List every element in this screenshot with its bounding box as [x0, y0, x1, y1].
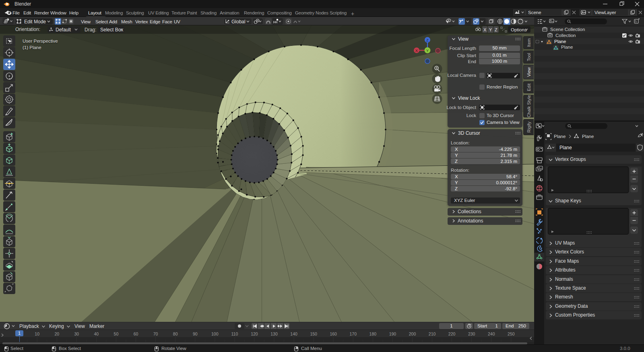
svg-text:Edit Mode: Edit Mode [24, 19, 46, 24]
svg-text:X: X [483, 27, 487, 32]
svg-text:Plane: Plane [561, 45, 573, 49]
svg-text:Collection: Collection [555, 33, 576, 38]
svg-text:Default: Default [56, 27, 71, 33]
svg-text:X: X [415, 48, 418, 53]
svg-text:Plane: Plane [554, 134, 566, 139]
svg-text:Plane: Plane [582, 134, 594, 139]
svg-text:Options: Options [511, 27, 527, 32]
svg-text:Plane: Plane [554, 39, 566, 44]
svg-text:Global: Global [231, 19, 246, 24]
svg-text:Scene Collection: Scene Collection [550, 27, 585, 32]
svg-text:Scene: Scene [528, 10, 541, 15]
svg-text:ViewLayer: ViewLayer [594, 10, 616, 15]
svg-text:Select Box: Select Box [100, 27, 123, 33]
svg-text:Z: Z [495, 27, 497, 32]
svg-text:Y: Y [489, 27, 492, 32]
svg-text:Drag:: Drag: [85, 27, 96, 33]
svg-text:Z: Z [426, 38, 429, 42]
